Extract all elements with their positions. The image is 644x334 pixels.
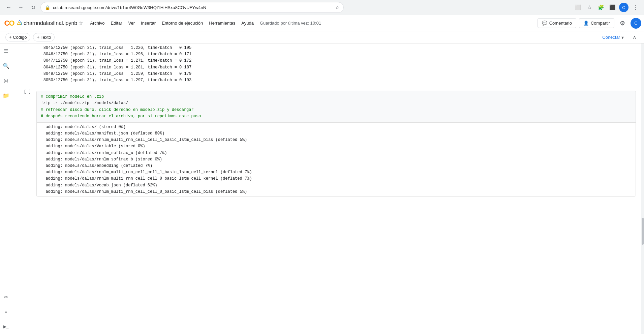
main-layout: ☰ 🔍 {x} 📁 <> ≡ ▶_ 8045/12750 (epoch 31),… — [0, 43, 644, 334]
share-icon: 👤 — [583, 21, 589, 26]
code-line-comment-1: # comprimir modelo en .zip — [41, 94, 632, 100]
notebook-title: charnndalasfinal.ipynb — [24, 20, 77, 26]
menu-ayuda[interactable]: Ayuda — [239, 19, 256, 27]
saved-status: Guardado por última vez: 10:01 — [260, 21, 321, 26]
cell-out-7: adding: models/dalas/rnnlm_multi_rnn_cel… — [41, 169, 632, 176]
settings-button[interactable]: ⚙ — [617, 18, 628, 29]
code-content[interactable]: # comprimir modelo en .zip !zip -r ./mod… — [37, 91, 636, 122]
add-code-button[interactable]: + Código — [5, 33, 30, 41]
profile-browser-btn[interactable]: ⬛ — [608, 3, 617, 12]
share-button[interactable]: 👤 Compartir — [579, 18, 614, 28]
right-scrollbar[interactable] — [641, 43, 644, 334]
scratch-pad-icon[interactable]: ≡ — [1, 307, 11, 316]
menu-bar: Archivo Editar Ver Insertar Entorno de e… — [87, 19, 321, 27]
menu-ver[interactable]: Ver — [126, 19, 138, 27]
colab-appbar: CO charnndalasfinal.ipynb ☆ Archivo Edit… — [0, 15, 644, 31]
notebook-toolbar: + Código + Texto Conectar ▾ ∧ — [0, 31, 644, 43]
output-line-4: 8049/12750 (epoch 31), train_loss = 1.25… — [34, 71, 639, 77]
appbar-actions: 💬 Comentario 👤 Compartir ⚙ C — [538, 18, 641, 29]
terminal-icon[interactable]: ▶_ — [1, 322, 11, 331]
menu-archivo[interactable]: Archivo — [87, 19, 107, 27]
cell-out-1: adding: models/dalas/manifest.json (defl… — [41, 130, 632, 137]
colab-logo: CO — [3, 17, 16, 30]
top-output-area: 8045/12750 (epoch 31), train_loss = 1.22… — [12, 43, 641, 85]
scroll-thumb[interactable] — [642, 218, 644, 245]
colab-logo-icon: CO — [3, 17, 16, 30]
menu-insertar[interactable]: Insertar — [138, 19, 158, 27]
cell-out-8: adding: models/dalas/rnnlm_multi_rnn_cel… — [41, 176, 632, 182]
cell-output-lines: adding: models/dalas/ (stored 0%) adding… — [41, 124, 632, 195]
cell-gutter: [ ] — [12, 88, 34, 200]
code-cell-container[interactable]: # comprimir modelo en .zip !zip -r ./mod… — [36, 91, 636, 197]
code-line-comment-2: # refrescar disco duro, click derecho en… — [41, 107, 632, 113]
cell-out-9: adding: models/dalas/vocab.json (deflate… — [41, 182, 632, 189]
refresh-button[interactable]: ↻ — [28, 3, 38, 12]
output-line-3: 8048/12750 (epoch 31), train_loss = 1.28… — [34, 64, 639, 71]
files-icon[interactable]: 📁 — [1, 91, 11, 100]
cell-out-5: adding: models/dalas/rnnlm_softmax_b (st… — [41, 156, 632, 163]
output-line-1: 8046/12750 (epoch 31), train_loss = 1.29… — [34, 51, 639, 58]
notebook-area[interactable]: 8045/12750 (epoch 31), train_loss = 1.22… — [12, 43, 641, 334]
cell-body: # comprimir modelo en .zip !zip -r ./mod… — [34, 88, 641, 200]
collapse-button[interactable]: ∧ — [631, 33, 639, 41]
menu-icon[interactable]: ☰ — [1, 46, 11, 56]
lock-icon: 🔒 — [45, 5, 50, 10]
browser-chrome: ← → ↻ 🔒 colab.research.google.com/drive/… — [0, 0, 644, 15]
url-text: colab.research.google.com/drive/1b1ar4W0… — [53, 5, 332, 10]
cell-out-6: adding: models/dalas/embedding (deflated… — [41, 163, 632, 169]
code-line-command: !zip -r ./modelo.zip ./models/dalas/ — [41, 100, 632, 107]
drive-icon — [17, 20, 22, 27]
output-line-5: 8050/12750 (epoch 31), train_loss = 1.29… — [34, 77, 639, 84]
more-options-btn[interactable]: ⋮ — [631, 3, 640, 12]
cell-out-2: adding: models/dalas/rnnlm_multi_rnn_cel… — [41, 137, 632, 143]
notebook-star[interactable]: ☆ — [79, 20, 83, 26]
bookmark-icon[interactable]: ☆ — [335, 4, 339, 10]
add-text-button[interactable]: + Texto — [33, 33, 55, 41]
menu-entorno[interactable]: Entorno de ejecución — [159, 19, 206, 27]
profile-avatar[interactable]: C — [631, 18, 641, 29]
output-line-2: 8047/12750 (epoch 31), train_loss = 1.27… — [34, 58, 639, 64]
browser-actions: ⬜ ☆ 🧩 ⬛ C ⋮ — [573, 3, 640, 12]
browser-profile-avatar[interactable]: C — [619, 3, 628, 12]
menu-herramientas[interactable]: Herramientas — [206, 19, 238, 27]
cell-out-3: adding: models/dalas/Variable (stored 0%… — [41, 143, 632, 150]
forward-button[interactable]: → — [16, 3, 26, 12]
code-cell: [ ] # comprimir modelo en .zip !zip -r .… — [12, 88, 641, 200]
address-bar[interactable]: 🔒 colab.research.google.com/drive/1b1ar4… — [40, 2, 344, 13]
output-line-0: 8045/12750 (epoch 31), train_loss = 1.22… — [34, 45, 639, 51]
comment-button[interactable]: 💬 Comentario — [538, 18, 576, 28]
cell-out-0: adding: models/dalas/ (stored 0%) — [41, 124, 632, 130]
left-sidebar: ☰ 🔍 {x} 📁 <> ≡ ▶_ — [0, 43, 12, 334]
comment-icon: 💬 — [542, 21, 547, 26]
svg-marker-1 — [17, 22, 21, 25]
back-button[interactable]: ← — [4, 3, 13, 12]
code-snippets-icon[interactable]: <> — [1, 292, 11, 302]
cell-out-4: adding: models/dalas/rnnlm_softmax_w (de… — [41, 150, 632, 156]
extensions-btn[interactable]: 🧩 — [596, 3, 606, 12]
star-page-icon[interactable]: ☆ — [585, 3, 594, 12]
cell-out-10: adding: models/dalas/rnnlm_multi_rnn_cel… — [41, 189, 632, 195]
search-icon[interactable]: 🔍 — [1, 61, 11, 70]
code-line-comment-3: # después recomiendo borrar el archivo, … — [41, 113, 632, 120]
connect-button[interactable]: Conectar ▾ — [598, 33, 628, 41]
extension-icon[interactable]: ⬜ — [573, 3, 583, 12]
menu-editar[interactable]: Editar — [108, 19, 125, 27]
code-output: adding: models/dalas/ (stored 0%) adding… — [37, 122, 636, 196]
colab-logo-text: CO — [4, 19, 14, 28]
top-output-lines: 8045/12750 (epoch 31), train_loss = 1.22… — [34, 45, 639, 84]
variable-explorer-icon[interactable]: {x} — [1, 76, 11, 85]
cell-run-bracket[interactable]: [ ] — [24, 89, 31, 94]
